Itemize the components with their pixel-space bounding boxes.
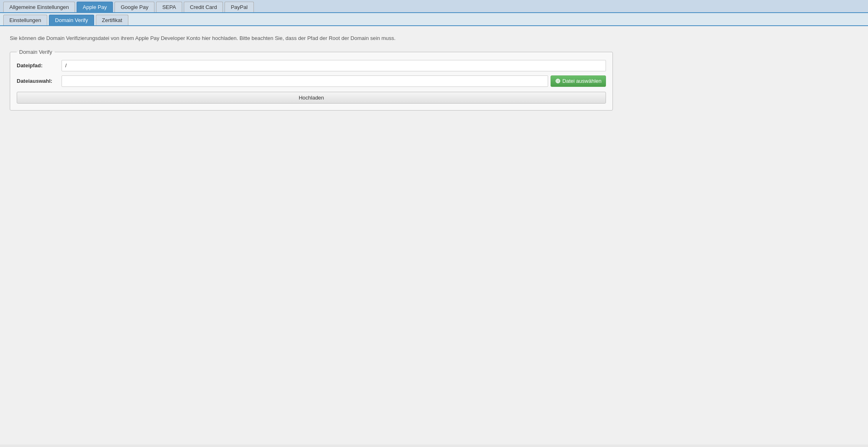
tab-zertifikat[interactable]: Zertifikat — [96, 15, 128, 25]
dateipfad-row: Dateipfad: — [17, 60, 606, 71]
tab-einstellungen[interactable]: Einstellungen — [3, 15, 47, 25]
domain-verify-fieldset: Domain Verify Dateipfad: Dateiauswahl: ⊕… — [10, 49, 613, 111]
tab-apple-pay[interactable]: Apple Pay — [77, 2, 113, 12]
plus-icon: ⊕ — [555, 77, 560, 85]
dateipfad-label: Dateipfad: — [17, 62, 62, 69]
file-text-input[interactable] — [62, 75, 548, 87]
top-nav: Allgemeine Einstellungen Apple Pay Googl… — [0, 0, 868, 13]
tab-domain-verify[interactable]: Domain Verify — [49, 15, 94, 25]
choose-file-label: Datei auswählen — [562, 78, 601, 84]
tab-sepa[interactable]: SEPA — [156, 2, 182, 12]
sub-nav: Einstellungen Domain Verify Zertifikat — [0, 13, 868, 26]
tab-credit-card[interactable]: Credit Card — [184, 2, 223, 12]
file-input-wrapper: ⊕ Datei auswählen — [62, 75, 606, 87]
tab-paypal[interactable]: PayPal — [225, 2, 253, 12]
choose-file-button[interactable]: ⊕ Datei auswählen — [551, 75, 606, 87]
domain-verify-legend: Domain Verify — [17, 49, 55, 55]
tab-google-pay[interactable]: Google Pay — [115, 2, 154, 12]
description-text: Sie können die Domain Verifizierungsdate… — [10, 34, 858, 42]
dateipfad-input[interactable] — [62, 60, 606, 71]
upload-button[interactable]: Hochladen — [17, 92, 606, 104]
tab-allgemeine-einstellungen[interactable]: Allgemeine Einstellungen — [3, 2, 75, 12]
dateiauswahl-label: Dateiauswahl: — [17, 78, 62, 84]
main-content: Sie können die Domain Verifizierungsdate… — [0, 26, 868, 445]
dateiauswahl-row: Dateiauswahl: ⊕ Datei auswählen — [17, 75, 606, 87]
